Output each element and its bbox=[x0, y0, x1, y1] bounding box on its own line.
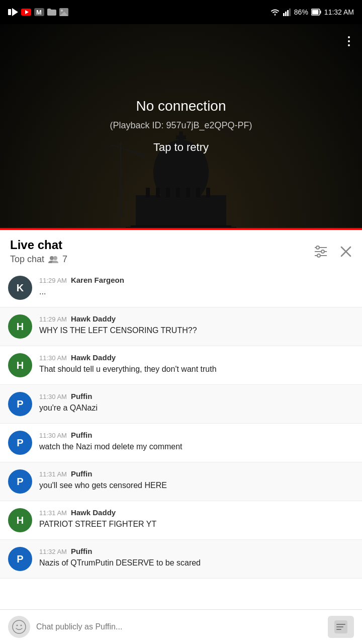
svg-rect-9 bbox=[283, 13, 285, 16]
svg-rect-11 bbox=[287, 10, 289, 16]
svg-point-38 bbox=[316, 246, 319, 249]
livechat-header: Live chat Top chat 7 bbox=[0, 230, 362, 269]
svg-rect-29 bbox=[126, 227, 236, 228]
signal-icon bbox=[283, 8, 291, 16]
svg-point-33 bbox=[50, 256, 54, 260]
svg-point-44 bbox=[17, 625, 18, 626]
chat-message: P 11:30 AM Puffin you're a QANazi bbox=[0, 385, 362, 424]
chat-input[interactable] bbox=[36, 616, 322, 638]
message-text: you're a QANazi bbox=[39, 403, 354, 414]
message-meta: 11:30 AM Puffin bbox=[39, 431, 354, 439]
svg-rect-26 bbox=[196, 188, 200, 198]
wifi-icon bbox=[270, 8, 280, 16]
message-author: Puffin bbox=[71, 547, 93, 555]
svg-rect-10 bbox=[285, 12, 287, 16]
chat-message: P 11:32 AM Puffin Nazis of QTrumPutin DE… bbox=[0, 540, 362, 579]
topchat-row: Top chat 7 bbox=[10, 254, 67, 265]
message-meta: 11:31 AM Hawk Daddy bbox=[39, 508, 354, 517]
send-button[interactable] bbox=[328, 616, 354, 638]
message-content: 11:30 AM Hawk Daddy That should tell u e… bbox=[39, 353, 354, 375]
status-bar: M 86% 11 bbox=[0, 0, 362, 24]
svg-rect-27 bbox=[206, 188, 210, 198]
chat-message: P 11:30 AM Puffin watch the Nazi mod del… bbox=[0, 424, 362, 462]
svg-rect-48 bbox=[336, 626, 343, 627]
svg-rect-47 bbox=[336, 624, 345, 625]
livechat-title-area: Live chat Top chat 7 bbox=[10, 238, 67, 265]
message-author: Hawk Daddy bbox=[71, 508, 116, 517]
svg-point-34 bbox=[53, 256, 57, 260]
svg-point-45 bbox=[21, 625, 22, 626]
message-meta: 11:29 AM Hawk Daddy bbox=[39, 314, 354, 323]
status-icons: M bbox=[8, 8, 68, 16]
message-meta: 11:30 AM Hawk Daddy bbox=[39, 353, 354, 362]
message-text: That should tell u everything, they don'… bbox=[39, 364, 354, 375]
message-meta: 11:31 AM Puffin bbox=[39, 469, 354, 478]
folder-icon bbox=[47, 8, 56, 16]
topchat-label[interactable]: Top chat bbox=[10, 254, 44, 265]
chat-message: H 11:31 AM Hawk Daddy PATRIOT STREET FIG… bbox=[0, 501, 362, 540]
play-icon bbox=[8, 8, 18, 16]
gallery-icon bbox=[59, 8, 68, 16]
svg-marker-1 bbox=[12, 8, 18, 16]
playback-id: (Playback ID: 957u7jB_e2QPQ-PF) bbox=[110, 120, 252, 131]
message-time: 11:29 AM bbox=[39, 277, 67, 284]
message-text: ... bbox=[39, 286, 354, 297]
svg-point-43 bbox=[13, 620, 26, 633]
chat-messages-list: K 11:29 AM Karen Fargeon ... H 11:29 AM … bbox=[0, 269, 362, 579]
error-title: No connection bbox=[110, 98, 252, 114]
clock: 11:32 AM bbox=[324, 8, 354, 16]
svg-rect-14 bbox=[320, 11, 321, 14]
message-text: you'll see who gets censored HERE bbox=[39, 480, 354, 491]
message-author: Hawk Daddy bbox=[71, 314, 116, 323]
message-author: Puffin bbox=[71, 392, 93, 400]
message-time: 11:31 AM bbox=[39, 470, 67, 478]
viewers-icon bbox=[48, 256, 58, 264]
video-player[interactable]: No connection (Playback ID: 957u7jB_e2QP… bbox=[0, 24, 362, 228]
svg-rect-25 bbox=[186, 188, 190, 198]
battery-percent: 86% bbox=[294, 8, 308, 16]
message-text: Nazis of QTrumPutin DESERVE to be scared bbox=[39, 557, 354, 569]
svg-rect-23 bbox=[166, 188, 170, 198]
message-time: 11:31 AM bbox=[39, 509, 67, 517]
message-content: 11:31 AM Hawk Daddy PATRIOT STREET FIGHT… bbox=[39, 508, 354, 530]
message-content: 11:30 AM Puffin you're a QANazi bbox=[39, 392, 354, 414]
livechat-title: Live chat bbox=[10, 238, 67, 252]
chat-message: H 11:30 AM Hawk Daddy That should tell u… bbox=[0, 346, 362, 385]
video-error-overlay: No connection (Playback ID: 957u7jB_e2QP… bbox=[100, 88, 262, 164]
chat-message: P 11:31 AM Puffin you'll see who gets ce… bbox=[0, 462, 362, 501]
emoji-button[interactable] bbox=[8, 616, 30, 638]
message-time: 11:30 AM bbox=[39, 393, 67, 400]
avatar: H bbox=[8, 353, 32, 377]
send-icon bbox=[334, 620, 348, 634]
message-time: 11:30 AM bbox=[39, 354, 67, 362]
chat-input-bar bbox=[0, 609, 362, 644]
avatar: P bbox=[8, 431, 32, 455]
message-content: 11:32 AM Puffin Nazis of QTrumPutin DESE… bbox=[39, 547, 354, 569]
message-meta: 11:30 AM Puffin bbox=[39, 392, 354, 400]
livechat-panel: Live chat Top chat 7 bbox=[0, 230, 362, 615]
svg-rect-0 bbox=[8, 9, 11, 15]
avatar: P bbox=[8, 469, 32, 494]
message-time: 11:30 AM bbox=[39, 432, 67, 439]
avatar: K bbox=[8, 276, 32, 300]
svg-rect-21 bbox=[146, 188, 150, 198]
message-author: Karen Fargeon bbox=[71, 276, 124, 284]
message-time: 11:32 AM bbox=[39, 548, 67, 555]
avatar: H bbox=[8, 314, 32, 339]
svg-text:M: M bbox=[36, 9, 42, 16]
more-options-button[interactable] bbox=[344, 32, 354, 50]
message-meta: 11:32 AM Puffin bbox=[39, 547, 354, 555]
svg-rect-49 bbox=[336, 629, 341, 630]
filter-icon[interactable] bbox=[314, 246, 328, 258]
message-time: 11:29 AM bbox=[39, 315, 67, 323]
svg-rect-22 bbox=[156, 188, 160, 198]
avatar: P bbox=[8, 547, 32, 571]
emoji-icon bbox=[12, 620, 26, 634]
message-text: watch the Nazi mod delete my comment bbox=[39, 441, 354, 452]
tap-retry[interactable]: Tap to retry bbox=[110, 141, 252, 154]
message-author: Puffin bbox=[71, 431, 93, 439]
message-author: Hawk Daddy bbox=[71, 353, 116, 362]
close-icon[interactable] bbox=[340, 246, 352, 258]
message-content: 11:29 AM Hawk Daddy WHY IS THE LEFT CENS… bbox=[39, 314, 354, 336]
svg-rect-12 bbox=[289, 9, 291, 16]
